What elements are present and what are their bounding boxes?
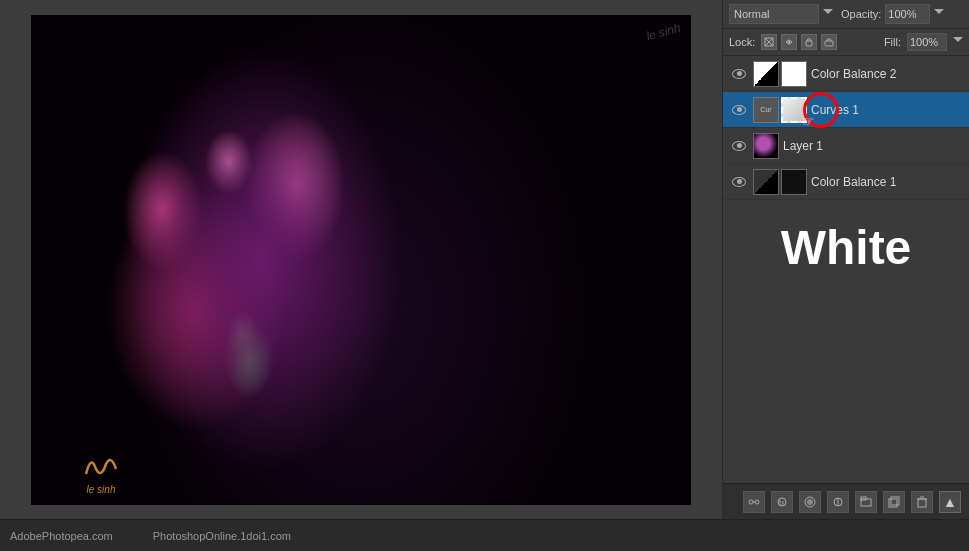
thumb-mask-white-cb2 <box>781 61 807 87</box>
main-area: le sinh le sinh Normal Dissolve Multiply… <box>0 0 969 519</box>
white-text: White <box>781 221 912 274</box>
link-layers-btn[interactable] <box>743 491 765 513</box>
new-layer-btn[interactable] <box>883 491 905 513</box>
bottom-bar: AdobePhotopea.com PhotoshopOnline.1doi1.… <box>0 519 969 551</box>
svg-point-7 <box>755 500 759 504</box>
logo-symbol <box>81 449 121 484</box>
eye-icon-cb2 <box>732 69 746 79</box>
blend-mode-row: Normal Dissolve Multiply Screen Overlay … <box>723 0 969 29</box>
fill-label: Fill: <box>884 36 901 48</box>
logo-text: le sinh <box>81 484 121 495</box>
white-text-area: White <box>723 200 969 295</box>
layers-list: Color Balance 2 Cur <box>723 56 969 483</box>
bottom-link-1[interactable]: AdobePhotopea.com <box>10 530 113 542</box>
eye-icon-curves <box>732 105 746 115</box>
thumb-layer1 <box>753 133 779 159</box>
lock-pixels-btn[interactable] <box>761 34 777 50</box>
adjustment-btn[interactable] <box>827 491 849 513</box>
svg-rect-4 <box>806 41 812 46</box>
thumb-curves-text: Cur <box>753 97 779 123</box>
hand-cursor-icon: ☞ <box>802 113 815 129</box>
lock-row: Lock: <box>723 29 969 56</box>
layer-row-layer1[interactable]: Layer 1 <box>723 128 969 164</box>
fill-arrow <box>953 37 963 47</box>
layer-name-cb1: Color Balance 1 <box>811 175 963 189</box>
fx-btn[interactable]: fx <box>771 491 793 513</box>
layer-visibility-cb2[interactable] <box>729 64 749 84</box>
mask-btn[interactable] <box>799 491 821 513</box>
layer-name-curves: Curves 1 <box>811 103 963 117</box>
opacity-label: Opacity: <box>841 8 881 20</box>
canvas-logo: le sinh <box>81 449 121 495</box>
svg-point-12 <box>807 499 813 505</box>
layer-name-cb2: Color Balance 2 <box>811 67 963 81</box>
canvas-image-inner <box>31 15 691 505</box>
svg-rect-18 <box>891 497 899 505</box>
lock-all-btn[interactable] <box>821 34 837 50</box>
opacity-arrow <box>934 9 944 19</box>
opacity-input[interactable] <box>885 4 930 24</box>
lock-position-btn[interactable] <box>801 34 817 50</box>
blend-mode-select[interactable]: Normal Dissolve Multiply Screen Overlay <box>729 4 819 24</box>
layer-visibility-cb1[interactable] <box>729 172 749 192</box>
canvas-image: le sinh le sinh <box>31 15 691 505</box>
thumb-color-balance-1 <box>753 169 779 195</box>
thumb-black-cb1 <box>781 169 807 195</box>
layer-thumbnail-group-cb2 <box>753 61 807 87</box>
bottom-link-2[interactable]: PhotoshopOnline.1doi1.com <box>153 530 291 542</box>
delete-layer-btn[interactable] <box>911 491 933 513</box>
lock-icons <box>761 34 837 50</box>
panel-bottom: fx <box>723 483 969 519</box>
layer-visibility-curves[interactable] <box>729 100 749 120</box>
eye-icon-layer1 <box>732 141 746 151</box>
layer-thumbnail-group-curves: Cur ☞ <box>753 97 807 123</box>
svg-point-6 <box>749 500 753 504</box>
layer-row-cb1[interactable]: Color Balance 1 <box>723 164 969 200</box>
layer-thumbnail-group-layer1 <box>753 133 779 159</box>
layer-visibility-layer1[interactable] <box>729 136 749 156</box>
svg-rect-19 <box>918 499 926 507</box>
canvas-area: le sinh le sinh <box>0 0 722 519</box>
svg-text:fx: fx <box>779 499 785 506</box>
svg-point-3 <box>788 41 791 44</box>
layer-row-curves[interactable]: Cur ☞ Curves 1 <box>723 92 969 128</box>
layer-name-layer1: Layer 1 <box>783 139 963 153</box>
svg-rect-17 <box>889 499 897 507</box>
svg-rect-5 <box>825 41 833 46</box>
layer-thumbnail-group-cb1 <box>753 169 807 195</box>
thumb-color-balance-2 <box>753 61 779 87</box>
lock-image-btn[interactable] <box>781 34 797 50</box>
up-arrow-icon: ▲ <box>943 494 957 510</box>
layer-row[interactable]: Color Balance 2 <box>723 56 969 92</box>
right-panel: Normal Dissolve Multiply Screen Overlay … <box>722 0 969 519</box>
panel-collapse-btn[interactable]: ▲ <box>939 491 961 513</box>
fill-input[interactable] <box>907 33 947 51</box>
eye-icon-cb1 <box>732 177 746 187</box>
blend-mode-arrow <box>823 9 833 19</box>
lock-label: Lock: <box>729 36 755 48</box>
group-btn[interactable] <box>855 491 877 513</box>
